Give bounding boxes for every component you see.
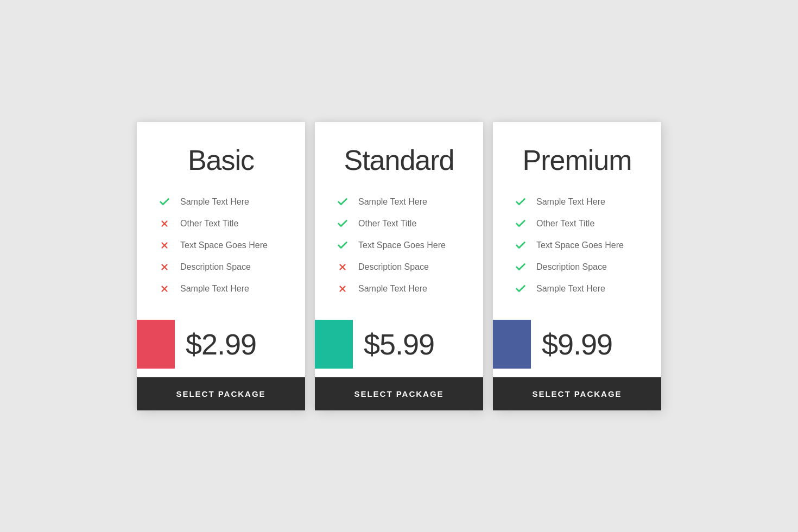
- pricing-card-premium: PremiumSample Text HereOther Text TitleT…: [493, 122, 661, 410]
- feature-text: Sample Text Here: [536, 284, 605, 294]
- pricing-card-standard: StandardSample Text HereOther Text Title…: [315, 122, 483, 410]
- cross-icon: [159, 261, 170, 273]
- plan-title-standard: Standard: [337, 144, 461, 176]
- list-item: Description Space: [159, 261, 283, 273]
- feature-text: Other Text Title: [536, 219, 594, 229]
- feature-text: Text Space Goes Here: [536, 240, 624, 250]
- plan-title-basic: Basic: [159, 144, 283, 176]
- price-standard: $5.99: [353, 327, 434, 361]
- cross-icon: [337, 261, 349, 273]
- accent-bar: [137, 320, 175, 369]
- check-icon: [159, 196, 170, 208]
- accent-bar: [493, 320, 531, 369]
- features-list-basic: Sample Text HereOther Text TitleText Spa…: [159, 196, 283, 295]
- list-item: Other Text Title: [159, 218, 283, 230]
- list-item: Text Space Goes Here: [159, 239, 283, 251]
- list-item: Description Space: [337, 261, 461, 273]
- feature-text: Description Space: [358, 262, 429, 272]
- features-list-premium: Sample Text HereOther Text TitleText Spa…: [515, 196, 639, 295]
- features-list-standard: Sample Text HereOther Text TitleText Spa…: [337, 196, 461, 295]
- list-item: Text Space Goes Here: [515, 239, 639, 251]
- feature-text: Sample Text Here: [358, 284, 427, 294]
- list-item: Sample Text Here: [515, 283, 639, 295]
- price-premium: $9.99: [531, 327, 612, 361]
- cross-icon: [159, 283, 170, 295]
- check-icon: [515, 196, 527, 208]
- feature-text: Description Space: [180, 262, 251, 272]
- feature-text: Description Space: [536, 262, 607, 272]
- feature-text: Text Space Goes Here: [358, 240, 446, 250]
- list-item: Sample Text Here: [159, 283, 283, 295]
- feature-text: Sample Text Here: [358, 197, 427, 207]
- feature-text: Text Space Goes Here: [180, 240, 268, 250]
- list-item: Text Space Goes Here: [337, 239, 461, 251]
- card-footer-basic: $2.99SELECT PACKAGE: [137, 311, 305, 410]
- cross-icon: [159, 218, 170, 230]
- list-item: Description Space: [515, 261, 639, 273]
- select-button-basic[interactable]: SELECT PACKAGE: [137, 377, 305, 410]
- accent-bar: [315, 320, 353, 369]
- check-icon: [515, 218, 527, 230]
- select-button-premium[interactable]: SELECT PACKAGE: [493, 377, 661, 410]
- list-item: Other Text Title: [337, 218, 461, 230]
- cross-icon: [337, 283, 349, 295]
- price-basic: $2.99: [175, 327, 256, 361]
- list-item: Other Text Title: [515, 218, 639, 230]
- card-footer-standard: $5.99SELECT PACKAGE: [315, 311, 483, 410]
- check-icon: [515, 283, 527, 295]
- list-item: Sample Text Here: [515, 196, 639, 208]
- select-button-standard[interactable]: SELECT PACKAGE: [315, 377, 483, 410]
- feature-text: Sample Text Here: [180, 284, 249, 294]
- feature-text: Sample Text Here: [536, 197, 605, 207]
- check-icon: [337, 239, 349, 251]
- plan-title-premium: Premium: [515, 144, 639, 176]
- check-icon: [337, 196, 349, 208]
- check-icon: [515, 261, 527, 273]
- list-item: Sample Text Here: [337, 283, 461, 295]
- card-footer-premium: $9.99SELECT PACKAGE: [493, 311, 661, 410]
- list-item: Sample Text Here: [337, 196, 461, 208]
- feature-text: Other Text Title: [180, 219, 238, 229]
- check-icon: [515, 239, 527, 251]
- cross-icon: [159, 239, 170, 251]
- pricing-card-basic: BasicSample Text HereOther Text TitleTex…: [137, 122, 305, 410]
- pricing-table: BasicSample Text HereOther Text TitleTex…: [93, 90, 705, 443]
- feature-text: Sample Text Here: [180, 197, 249, 207]
- list-item: Sample Text Here: [159, 196, 283, 208]
- check-icon: [337, 218, 349, 230]
- feature-text: Other Text Title: [358, 219, 416, 229]
